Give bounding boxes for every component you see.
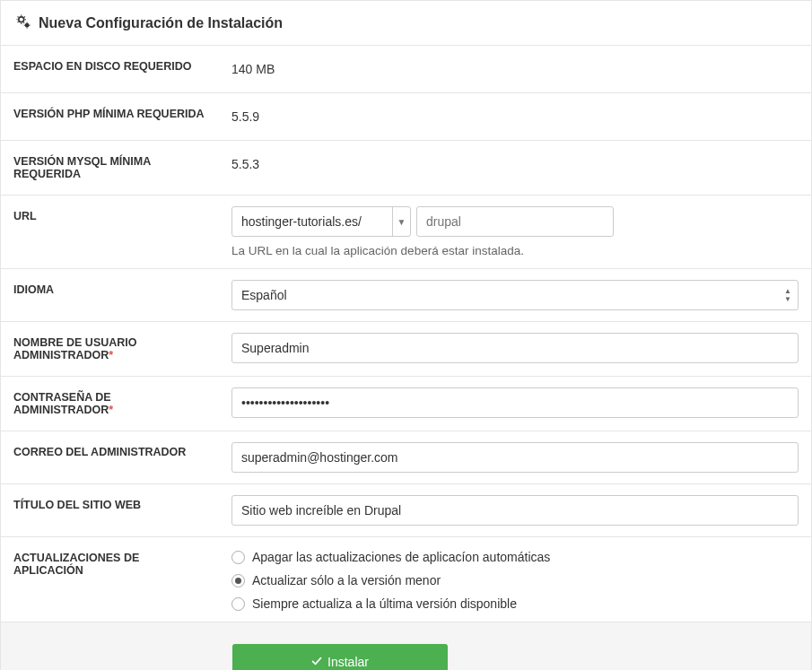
svg-point-0 (25, 23, 30, 28)
admin-password-label: CONTRASEÑA DE ADMINISTRADOR* (1, 377, 219, 431)
install-config-panel: Nueva Configuración de Instalación ESPAC… (0, 0, 812, 670)
row-admin-password: CONTRASEÑA DE ADMINISTRADOR* (1, 377, 811, 431)
updates-option-latest-label: Siempre actualiza a la última versión di… (252, 596, 517, 611)
row-website-title: TÍTULO DEL SITIO WEB (1, 484, 811, 537)
disk-space-label: ESPACIO EN DISCO REQUERIDO (1, 46, 219, 93)
admin-email-input[interactable] (231, 442, 799, 473)
row-disk-space: ESPACIO EN DISCO REQUERIDO 140 MB (1, 46, 811, 93)
updates-option-off-label: Apagar las actualizaciones de aplicacíon… (252, 550, 550, 564)
svg-rect-2 (27, 27, 28, 28)
row-php-version: VERSIÓN PHP MÍNIMA REQUERIDA 5.5.9 (1, 93, 811, 141)
panel-title: Nueva Configuración de Instalación (39, 15, 283, 31)
required-star-icon: * (109, 349, 113, 361)
svg-rect-1 (27, 22, 28, 23)
website-title-label: TÍTULO DEL SITIO WEB (1, 484, 219, 537)
row-app-updates: ACTUALIZACIONES DE APLICACIÓN Apagar las… (1, 537, 811, 622)
updates-option-off[interactable]: Apagar las actualizaciones de aplicacíon… (231, 550, 799, 564)
php-version-label: VERSIÓN PHP MÍNIMA REQUERIDA (1, 93, 219, 141)
svg-rect-4 (29, 25, 30, 26)
caret-down-icon: ▼ (392, 207, 410, 236)
admin-email-label: CORREO DEL ADMINISTRADOR (1, 431, 219, 484)
radio-icon (231, 574, 245, 587)
url-hint-text: La URL en la cual la aplicación deberá e… (231, 244, 799, 257)
row-language: IDIOMA Español ▲▼ (1, 269, 811, 322)
config-table: ESPACIO EN DISCO REQUERIDO 140 MB VERSIÓ… (1, 46, 811, 622)
required-star-icon: * (109, 404, 113, 416)
mysql-version-label: VERSIÓN MYSQL MÍNIMA REQUERIDA (1, 141, 219, 196)
url-path-input[interactable] (416, 206, 614, 237)
url-input-group: hostinger-tutorials.es/ ▼ (231, 206, 799, 237)
disk-space-value: 140 MB (231, 57, 275, 82)
install-button-label: Instalar (327, 655, 369, 669)
admin-username-input[interactable] (231, 333, 799, 363)
install-button[interactable]: Instalar (232, 644, 448, 670)
app-updates-label: ACTUALIZACIONES DE APLICACIÓN (1, 537, 219, 622)
sort-caret-icon: ▲▼ (784, 288, 791, 303)
url-domain-select[interactable]: hostinger-tutorials.es/ ▼ (231, 206, 411, 237)
row-admin-username: NOMBRE DE USUARIO ADMINISTRADOR* (1, 322, 811, 377)
gears-icon (15, 13, 31, 32)
row-admin-email: CORREO DEL ADMINISTRADOR (1, 431, 811, 484)
radio-icon (231, 597, 245, 611)
check-icon (311, 655, 322, 669)
updates-option-minor[interactable]: Actualizar sólo a la versión menor (231, 573, 799, 587)
url-domain-value: hostinger-tutorials.es/ (241, 214, 362, 229)
admin-username-label: NOMBRE DE USUARIO ADMINISTRADOR* (1, 322, 219, 377)
row-mysql-version: VERSIÓN MYSQL MÍNIMA REQUERIDA 5.5.3 (1, 141, 811, 196)
panel-header: Nueva Configuración de Instalación (1, 1, 811, 46)
language-select[interactable]: Español ▲▼ (231, 280, 799, 310)
updates-option-latest[interactable]: Siempre actualiza a la última versión di… (231, 596, 799, 611)
language-label: IDIOMA (1, 269, 219, 322)
updates-option-minor-label: Actualizar sólo a la versión menor (252, 573, 441, 587)
website-title-input[interactable] (231, 495, 799, 526)
row-url: URL hostinger-tutorials.es/ ▼ La URL en … (1, 196, 811, 269)
updates-radio-group: Apagar las actualizaciones de aplicacíon… (231, 548, 799, 611)
php-version-value: 5.5.9 (231, 104, 259, 129)
panel-footer: Instalar (1, 622, 811, 670)
mysql-version-value: 5.5.3 (231, 152, 259, 177)
language-selected-value: Español (231, 280, 799, 310)
radio-icon (231, 551, 245, 564)
svg-rect-3 (24, 25, 25, 26)
url-label: URL (1, 196, 219, 269)
admin-password-input[interactable] (231, 387, 799, 418)
